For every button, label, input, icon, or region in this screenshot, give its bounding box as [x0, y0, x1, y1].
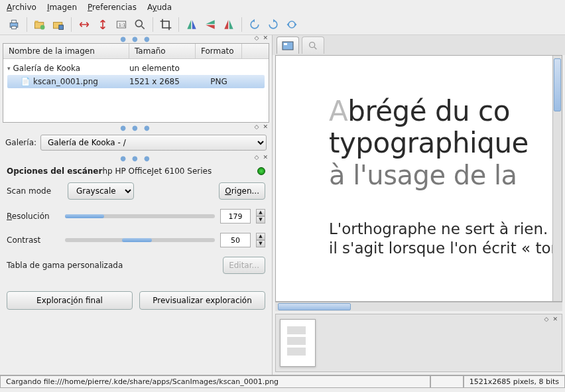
- preview-scan-button[interactable]: Previsualizar exploración: [139, 291, 265, 310]
- tab-zoom[interactable]: [302, 36, 324, 54]
- svg-rect-2: [12, 27, 17, 29]
- gallery-label: Galería:: [5, 138, 36, 147]
- undock-icon[interactable]: ◇: [255, 154, 259, 161]
- rotate-180-icon[interactable]: [284, 17, 299, 32]
- svg-rect-12: [284, 43, 287, 45]
- folder-new-icon[interactable]: [32, 17, 47, 32]
- thumbnail-strip: ◇✕: [275, 314, 562, 372]
- menu-preferencias[interactable]: Preferencias: [88, 3, 137, 12]
- status-spacer: [430, 375, 464, 388]
- svg-point-4: [40, 25, 45, 30]
- resolution-slider[interactable]: [65, 214, 215, 218]
- fit-height-icon[interactable]: [95, 17, 110, 32]
- scrollbar-horizontal[interactable]: [275, 302, 562, 311]
- column-size[interactable]: Tamaño: [129, 44, 196, 58]
- expander-icon[interactable]: ▾: [7, 65, 11, 72]
- close-icon[interactable]: ✕: [263, 34, 268, 41]
- svg-line-14: [314, 47, 316, 49]
- status-led-icon: [257, 167, 265, 175]
- svg-point-13: [310, 42, 315, 47]
- preview-pane: Abrégé du co typographique à l'usage de …: [275, 55, 562, 302]
- svg-rect-6: [59, 25, 64, 30]
- column-format[interactable]: Formato: [196, 44, 242, 58]
- close-icon[interactable]: ✕: [263, 123, 268, 130]
- origin-button[interactable]: Origen...: [219, 182, 265, 200]
- toolbar: 1:1: [0, 15, 565, 35]
- scan-mode-label: Scan mode: [7, 186, 60, 196]
- file-icon: 📄: [21, 77, 31, 86]
- zoom-icon[interactable]: [133, 17, 147, 32]
- scanner-device: hp HP OfficeJet 6100 Series: [102, 166, 212, 176]
- gallery-select[interactable]: Galería de Kooka - /: [40, 135, 267, 151]
- close-icon[interactable]: ✕: [263, 154, 268, 161]
- rotate-cw-icon[interactable]: [266, 17, 281, 32]
- gallery-tree: Nombre de la imagen Tamaño Formato ▾Gale…: [3, 43, 269, 123]
- edit-button: Editar...: [223, 257, 265, 274]
- rotate-ccw-icon[interactable]: [247, 17, 262, 32]
- svg-point-9: [135, 20, 142, 27]
- tree-item[interactable]: 📄kscan_0001.png 1521 x 2685 PNG: [7, 75, 265, 88]
- undock-icon[interactable]: ◇: [544, 316, 549, 322]
- svg-line-10: [142, 27, 145, 29]
- mirror-vertical-icon[interactable]: [203, 17, 218, 32]
- scrollbar-vertical[interactable]: [552, 56, 562, 301]
- menu-ayuda[interactable]: Ayuda: [147, 3, 172, 12]
- save-icon[interactable]: [51, 17, 66, 32]
- contrast-label: Contrast: [7, 235, 60, 245]
- final-scan-button[interactable]: Exploración final: [7, 291, 133, 310]
- close-icon[interactable]: ✕: [552, 316, 558, 322]
- spin-up-icon[interactable]: ▲: [256, 209, 265, 216]
- undock-icon[interactable]: ◇: [255, 123, 259, 130]
- crop-icon[interactable]: [158, 17, 173, 32]
- svg-text:1:1: 1:1: [119, 23, 126, 28]
- resolution-value[interactable]: [220, 209, 251, 224]
- resolution-label: Resolución: [7, 212, 60, 221]
- spin-down-icon[interactable]: ▼: [256, 240, 265, 247]
- status-dimensions: 1521x2685 pixels, 8 bits: [464, 375, 565, 388]
- zoom-original-icon[interactable]: 1:1: [114, 17, 129, 32]
- menubar: AArchivorchivo Imagen Preferencias Ayuda: [0, 0, 565, 15]
- svg-rect-11: [282, 42, 293, 50]
- contrast-slider[interactable]: [65, 238, 215, 242]
- undock-icon[interactable]: ◇: [255, 34, 259, 41]
- scan-mode-select[interactable]: Grayscale: [68, 182, 134, 200]
- spin-up-icon[interactable]: ▲: [256, 233, 265, 240]
- flip-horizontal-icon[interactable]: [184, 17, 199, 32]
- status-message: Cargando file:///home/pierre/.kde/share/…: [0, 375, 430, 388]
- statusbar: Cargando file:///home/pierre/.kde/share/…: [0, 375, 565, 388]
- menu-archivo[interactable]: AArchivorchivo: [7, 3, 36, 12]
- svg-rect-1: [12, 20, 17, 23]
- spin-down-icon[interactable]: ▼: [256, 216, 265, 224]
- drag-handle[interactable]: ● ● ●◇✕: [0, 155, 272, 161]
- menu-imagen[interactable]: Imagen: [47, 3, 77, 12]
- contrast-value[interactable]: [220, 233, 251, 247]
- scanner-options-label: Opciones del escáner: [7, 166, 102, 176]
- gamma-label: Tabla de gama personalizada: [7, 261, 123, 270]
- column-name[interactable]: Nombre de la imagen: [3, 44, 129, 58]
- tab-image[interactable]: [277, 36, 299, 54]
- drag-handle[interactable]: ● ● ●◇✕: [0, 124, 272, 131]
- drag-handle[interactable]: ● ● ●◇✕: [0, 35, 272, 42]
- print-icon[interactable]: [7, 17, 21, 32]
- tree-root[interactable]: ▾Galería de Kooka un elemento: [7, 62, 265, 75]
- thumbnail[interactable]: [280, 319, 316, 367]
- fit-width-icon[interactable]: [77, 17, 92, 32]
- mirror-horizontal-icon[interactable]: [221, 17, 236, 32]
